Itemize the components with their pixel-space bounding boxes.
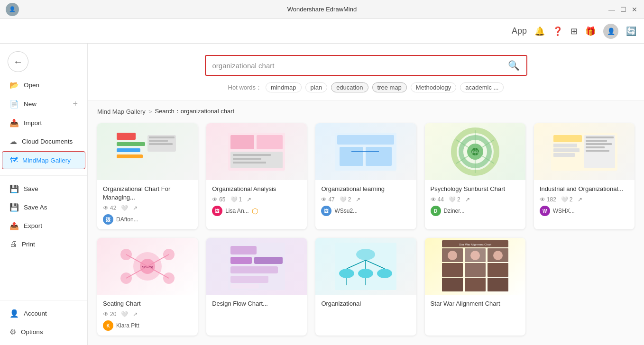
sidebar-item-saveas[interactable]: 💾 Save As [2,199,85,216]
mindmap-icon: 🗺 [10,156,18,164]
card-meta-org3: 👁 47 🤍 2 ↗ [321,196,410,203]
sidebar-item-export[interactable]: 📤 Export [2,217,85,235]
breadcrumb: Mind Map Gallery > Search：organizational… [88,100,644,119]
hot-word-plan[interactable]: plan [305,82,328,92]
author-name-org2: Lisa An... [225,208,248,214]
share-seat: ↗ [133,311,138,318]
author-avatar-ind: W [540,206,550,216]
new-icon: 📄 [9,100,19,109]
print-icon: 🖨 [9,240,17,248]
card-thumb-org2 [206,123,307,180]
card-body-seat: Seating Chart 👁 20 🤍 ↗ K Kiara Pitt [97,295,198,335]
sidebar-label-saveas: Save As [24,204,47,211]
help-icon[interactable]: ❓ [552,26,563,36]
hot-word-treemap[interactable]: tree map [372,82,407,92]
views-org3: 👁 47 [321,196,334,203]
breadcrumb-gallery[interactable]: Mind Map Gallery [97,108,146,115]
refresh-icon[interactable]: 🔄 [626,26,636,36]
sidebar-label-new: New [24,100,37,108]
like-seat: 🤍 [121,311,128,318]
like-org1: 🤍 [121,205,128,211]
card-body-ind: Industrial and Organizational... 👁 182 🤍… [534,180,635,220]
sidebar-item-cloud[interactable]: ☁ Cloud Documents [2,133,85,150]
hot-word-academic[interactable]: academic ... [460,82,504,92]
svg-rect-14 [233,162,266,163]
svg-rect-35 [553,153,575,157]
sidebar-item-open[interactable]: 📂 Open [2,76,85,94]
gallery-card-psych[interactable]: Psych Psychology Sunburst Chart 👁 44 [425,123,525,229]
app-button[interactable]: App [512,26,527,36]
gallery-card-org4[interactable]: Organizational [315,238,416,336]
svg-rect-13 [233,158,261,160]
close-button[interactable]: ✕ [631,6,638,13]
sidebar-item-new[interactable]: 📄 New + [2,95,85,113]
gallery-grid: Organizational Chart For Managing... 👁 4… [88,119,644,345]
search-input[interactable] [206,57,501,74]
svg-rect-77 [488,263,508,277]
export-icon: 📤 [9,221,19,230]
gallery-card-seat[interactable]: Seating Seating Chart 👁 20 [97,238,198,336]
share-org2: ↗ [247,196,251,203]
gallery-card-flow[interactable]: Design Flow Chart... [206,238,307,336]
sidebar-item-import[interactable]: 📥 Import [2,114,85,132]
svg-rect-2 [117,148,140,152]
svg-rect-16 [337,135,394,145]
svg-rect-57 [230,266,278,273]
svg-rect-12 [233,154,271,156]
card-thumb-star: Star War Alignment Chart [425,238,525,295]
main-layout: ← 📂 Open 📄 New + 📥 Import ☁ Cloud Docume… [0,44,644,345]
card-author-psych: D Dziner... [431,206,520,216]
hot-words-label: Hot words： [228,83,262,92]
search-button[interactable]: 🔍 [501,56,526,75]
notification-icon[interactable]: 🔔 [534,26,545,36]
hot-word-mindmap[interactable]: mindmap [266,82,301,92]
gallery-card-org3[interactable]: Organizational learning 👁 47 🤍 2 ↗ 🖼 WSs… [315,123,416,229]
svg-rect-76 [465,263,486,277]
gallery-card-org1[interactable]: Organizational Chart For Managing... 👁 4… [97,123,198,229]
sidebar-item-account[interactable]: 👤 Account [2,305,85,322]
svg-rect-54 [230,246,257,254]
card-author-org1: 🖼 DAfton... [103,214,192,225]
like-org3: 🤍 2 [340,196,351,203]
svg-point-81 [448,251,457,260]
gallery-card-star[interactable]: Star War Alignment Chart [425,238,525,336]
sidebar-item-save[interactable]: 💾 Save [2,180,85,198]
hot-word-education[interactable]: education [331,82,368,92]
import-icon: 📥 [9,118,19,127]
gallery-card-org2[interactable]: Organizational Analysis 👁 65 🤍 1 ↗ 🖼 Lis… [206,123,307,229]
svg-rect-56 [254,257,283,264]
share-ind: ↗ [578,196,582,203]
card-body-org3: Organizational learning 👁 47 🤍 2 ↗ 🖼 WSs… [315,180,416,220]
card-title-org3: Organizational learning [321,185,410,193]
minimize-button[interactable]: — [608,6,616,13]
sidebar-footer-divider [0,300,87,304]
views-seat: 👁 20 [103,311,116,318]
card-body-flow: Design Flow Chart... [206,295,307,315]
back-button[interactable]: ← [8,51,28,72]
card-body-org4: Organizational [315,295,416,315]
sidebar-item-mindmap[interactable]: 🗺 MindMap Gallery [2,151,85,169]
gift-icon[interactable]: 🎁 [585,26,596,36]
card-body-psych: Psychology Sunburst Chart 👁 44 🤍 2 ↗ D D… [425,180,525,220]
hot-word-methodology[interactable]: Methodology [411,82,456,92]
gold-badge-org2: ⬡ [252,207,258,216]
gallery-card-ind[interactable]: Industrial and Organizational... 👁 182 🤍… [534,123,635,229]
author-avatar-org2: 🖼 [212,206,222,216]
card-meta-psych: 👁 44 🤍 2 ↗ [431,196,520,203]
svg-rect-41 [586,150,609,152]
card-thumb-psych: Psych [425,123,525,180]
author-avatar-org1: 🖼 [103,214,113,225]
svg-rect-6 [149,140,168,142]
sidebar-item-print[interactable]: 🖨 Print [2,236,85,253]
user-avatar-toolbar[interactable]: 👤 [603,24,618,39]
svg-rect-33 [553,144,577,147]
grid-icon[interactable]: ⊞ [570,26,578,36]
card-thumb-ind [534,123,635,180]
sidebar-label-mindmap: MindMap Gallery [22,157,71,164]
card-thumb-org1 [97,123,198,180]
sidebar-item-options[interactable]: ⚙ Options [2,323,85,341]
maximize-button[interactable]: ☐ [619,6,627,13]
views-org1: 👁 42 [103,205,116,211]
like-ind: 🤍 2 [561,196,573,203]
top-toolbar: App 🔔 ❓ ⊞ 🎁 👤 🔄 [0,19,644,44]
